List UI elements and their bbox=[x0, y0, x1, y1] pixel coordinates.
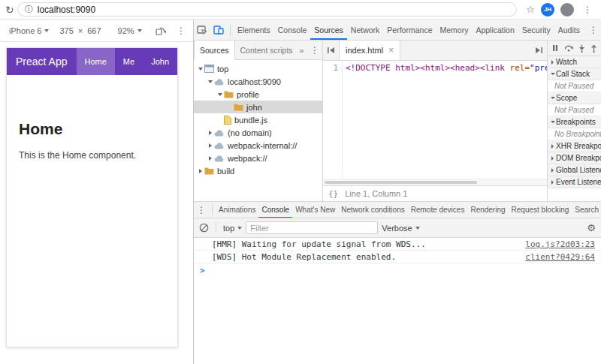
browser-address-bar: ↻ ⓘ localhost:9090 ☆ JH ⋮ bbox=[0, 0, 601, 20]
disclosure-closed-icon bbox=[551, 180, 554, 185]
tree-item-profile[interactable]: profile bbox=[194, 88, 322, 101]
tab-network[interactable]: Network bbox=[347, 20, 384, 40]
devtools-tabbar: Elements Console Sources Network Perform… bbox=[194, 20, 601, 41]
close-tab-icon[interactable]: × bbox=[388, 45, 394, 56]
tab-performance[interactable]: Performance bbox=[383, 20, 436, 40]
devtools-menu-icon[interactable]: ⋮ bbox=[586, 25, 601, 35]
nav-item-me[interactable]: Me bbox=[115, 48, 143, 75]
show-sidebar-icon[interactable] bbox=[531, 47, 547, 54]
console-source-link[interactable]: log.js?2d03:23 bbox=[518, 239, 595, 249]
drawer-tab-remote-devices[interactable]: Remote devices bbox=[408, 202, 468, 218]
navigator-tab-content-scripts[interactable]: Content scripts bbox=[235, 41, 298, 60]
drawer-tab-animations[interactable]: Animations bbox=[216, 202, 258, 218]
drawer-menu-icon[interactable]: ⋮ bbox=[194, 205, 209, 215]
viewport-height-field[interactable]: 667 bbox=[87, 26, 101, 35]
nav-item-home[interactable]: Home bbox=[77, 48, 115, 75]
device-viewport: Preact App Home Me John Home This is the… bbox=[6, 47, 178, 347]
scope-status: Not Paused bbox=[548, 104, 601, 116]
nav-item-john[interactable]: John bbox=[143, 48, 177, 75]
page-info-icon[interactable]: ⓘ bbox=[25, 4, 33, 15]
code-doctype: <!DOCTYPE html> bbox=[346, 63, 420, 73]
file-icon bbox=[224, 116, 231, 125]
dimension-separator: × bbox=[78, 26, 83, 35]
section-breakpoints[interactable]: Breakpoints bbox=[548, 116, 601, 128]
viewport-width-field[interactable]: 375 bbox=[59, 26, 73, 35]
frame-icon bbox=[204, 65, 214, 73]
drawer-tabbar: ⋮ Animations Console What's New Network … bbox=[194, 202, 601, 218]
tree-item-webpack-internal[interactable]: webpack-internal:// bbox=[194, 139, 322, 152]
section-call-stack[interactable]: Call Stack bbox=[548, 68, 601, 80]
disclosure-open-icon bbox=[551, 73, 555, 75]
scrollbar-thumb[interactable] bbox=[325, 181, 477, 184]
hide-navigator-icon[interactable] bbox=[323, 47, 339, 54]
tree-item-no-domain[interactable]: (no domain) bbox=[194, 126, 322, 139]
tree-item-localhost[interactable]: localhost:9090 bbox=[194, 75, 322, 88]
drawer-tab-search[interactable]: Search bbox=[572, 202, 601, 218]
step-over-icon[interactable] bbox=[564, 44, 573, 52]
domain-cloud-icon bbox=[214, 142, 225, 149]
tab-sources[interactable]: Sources bbox=[310, 20, 347, 40]
section-xhr-breakpoints[interactable]: XHR Breakpoints bbox=[548, 140, 601, 152]
drawer-tab-request-blocking[interactable]: Request blocking bbox=[509, 202, 572, 218]
navigator-menu-icon[interactable]: ⋮ bbox=[307, 45, 322, 56]
device-toolbar-menu-icon[interactable]: ⋮ bbox=[174, 26, 189, 36]
secondary-avatar[interactable] bbox=[560, 3, 574, 17]
section-watch[interactable]: Watch bbox=[548, 56, 601, 68]
folder-icon bbox=[234, 103, 243, 111]
tab-application[interactable]: Application bbox=[472, 20, 518, 40]
devtools-drawer: ⋮ Animations Console What's New Network … bbox=[194, 201, 601, 364]
section-label: Global Listeners bbox=[556, 166, 601, 174]
more-tabs-icon[interactable]: » bbox=[298, 46, 306, 55]
section-label: Event Listener Br bbox=[556, 178, 601, 186]
pretty-print-icon[interactable]: {} bbox=[328, 189, 338, 199]
console-settings-icon[interactable]: ⚙ bbox=[587, 222, 596, 233]
code-string: "preload" bbox=[530, 63, 547, 73]
section-dom-breakpoints[interactable]: DOM Breakpoints bbox=[548, 152, 601, 164]
console-context-select[interactable]: top bbox=[223, 224, 242, 233]
bookmark-star-icon[interactable]: ☆ bbox=[526, 4, 535, 15]
drawer-tab-network-conditions[interactable]: Network conditions bbox=[338, 202, 407, 218]
tree-item-label: john bbox=[246, 103, 262, 112]
tab-console[interactable]: Console bbox=[274, 20, 311, 40]
browser-menu-icon[interactable]: ⋮ bbox=[580, 5, 595, 15]
clear-console-icon[interactable] bbox=[199, 223, 209, 233]
section-event-listener-breakpoints[interactable]: Event Listener Br bbox=[548, 176, 601, 188]
step-out-icon[interactable] bbox=[590, 44, 597, 53]
tab-security[interactable]: Security bbox=[518, 20, 554, 40]
tree-item-john[interactable]: john bbox=[194, 101, 322, 113]
drawer-tab-console[interactable]: Console bbox=[258, 202, 292, 218]
pause-icon[interactable] bbox=[551, 44, 559, 52]
drawer-tab-whats-new[interactable]: What's New bbox=[292, 202, 338, 218]
drawer-tab-rendering[interactable]: Rendering bbox=[467, 202, 508, 218]
console-message-text: [HMR] Waiting for update signal from WDS… bbox=[212, 239, 426, 249]
url-bar[interactable]: ⓘ localhost:9090 bbox=[17, 2, 518, 17]
section-scope[interactable]: Scope bbox=[548, 92, 601, 104]
device-select[interactable]: iPhone 6 bbox=[9, 26, 49, 35]
tab-elements[interactable]: Elements bbox=[234, 20, 274, 40]
tree-item-label: build bbox=[217, 167, 234, 176]
tree-item-top[interactable]: top bbox=[194, 62, 322, 75]
tree-item-build[interactable]: build bbox=[194, 164, 322, 177]
tab-memory[interactable]: Memory bbox=[436, 20, 472, 40]
tree-item-bundle-js[interactable]: bundle.js bbox=[194, 113, 322, 126]
horizontal-scrollbar[interactable] bbox=[323, 179, 547, 185]
tab-audits[interactable]: Audits bbox=[554, 20, 584, 40]
zoom-select[interactable]: 92% bbox=[118, 26, 142, 35]
step-into-icon[interactable] bbox=[578, 44, 585, 53]
inspect-element-icon[interactable] bbox=[194, 26, 210, 35]
source-code-area[interactable]: 1 <!DOCTYPE html><html><head><link rel="… bbox=[323, 61, 547, 185]
editor-tab-index-html[interactable]: index.html × bbox=[339, 41, 400, 60]
profile-avatar[interactable]: JH bbox=[541, 3, 554, 17]
tree-item-webpack[interactable]: webpack:// bbox=[194, 152, 322, 164]
navigator-tab-sources[interactable]: Sources bbox=[194, 41, 235, 60]
console-input[interactable]: > bbox=[194, 263, 601, 275]
caret-down-icon bbox=[44, 29, 49, 32]
reload-icon[interactable]: ↻ bbox=[5, 4, 14, 16]
console-filter-input[interactable] bbox=[246, 221, 378, 234]
rotate-viewport-icon[interactable] bbox=[156, 26, 166, 35]
console-source-link[interactable]: client?0429:64 bbox=[518, 252, 595, 262]
toggle-device-toolbar-icon[interactable] bbox=[210, 26, 227, 35]
console-level-select[interactable]: Verbose bbox=[382, 224, 419, 233]
caret-down-icon bbox=[137, 29, 142, 32]
section-global-listeners[interactable]: Global Listeners bbox=[548, 164, 601, 176]
